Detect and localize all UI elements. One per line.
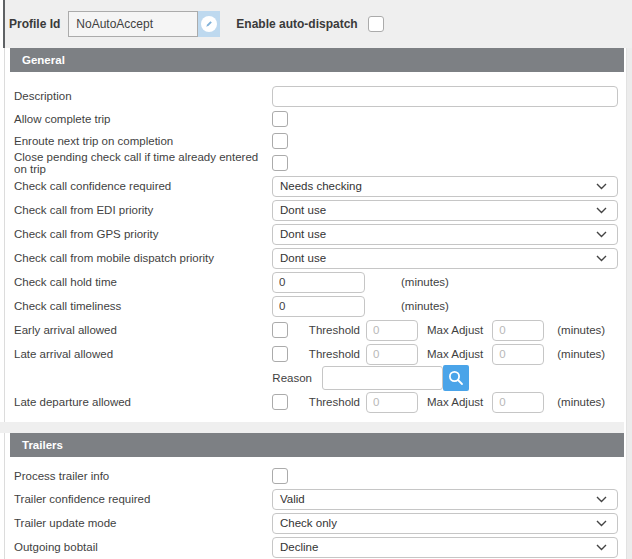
trailer-update-mode-select[interactable]: Check only	[272, 513, 618, 534]
section-title: Trailers	[22, 439, 63, 451]
chevron-down-icon	[596, 520, 607, 527]
early-arrival-threshold-input[interactable]	[366, 320, 418, 341]
late-arrival-checkbox[interactable]	[272, 346, 288, 362]
selected-value: Needs checking	[280, 180, 362, 192]
check-call-hold-time-label: Check call hold time	[14, 276, 272, 288]
max-adjust-label: Max Adjust	[427, 324, 483, 336]
row-late-arrival: Late arrival allowed Threshold Max Adjus…	[10, 342, 624, 366]
row-check-call-timeliness: Check call timeliness (minutes)	[10, 294, 624, 318]
early-arrival-checkbox[interactable]	[272, 322, 288, 338]
late-departure-threshold-input[interactable]	[366, 392, 418, 413]
close-pending-check-call-checkbox[interactable]	[272, 155, 288, 171]
section-trailers-body: Process trailer info Trailer confidence …	[10, 457, 624, 559]
chevron-down-icon	[596, 207, 607, 214]
check-call-timeliness-input[interactable]	[272, 296, 365, 317]
row-early-arrival: Early arrival allowed Threshold Max Adju…	[10, 318, 624, 342]
check-call-edi-priority-select[interactable]: Dont use	[272, 200, 618, 221]
check-call-confidence-label: Check call confidence required	[14, 180, 272, 192]
row-check-call-hold-time: Check call hold time (minutes)	[10, 270, 624, 294]
chevron-down-icon	[596, 183, 607, 190]
process-trailer-info-checkbox[interactable]	[272, 468, 288, 484]
trailer-confidence-label: Trailer confidence required	[14, 493, 272, 505]
late-departure-checkbox[interactable]	[272, 394, 288, 410]
check-call-gps-priority-label: Check call from GPS priority	[14, 228, 272, 240]
selected-value: Check only	[280, 517, 337, 529]
minutes-suffix: (minutes)	[557, 324, 605, 336]
late-departure-label: Late departure allowed	[14, 396, 272, 408]
row-late-arrival-reason: Reason	[10, 366, 624, 390]
row-outgoing-bobtail: Outgoing bobtail Decline	[10, 535, 624, 559]
late-arrival-max-adjust-input[interactable]	[492, 344, 544, 365]
section-header-trailers: Trailers	[10, 433, 624, 457]
max-adjust-label: Max Adjust	[427, 396, 483, 408]
row-check-call-confidence: Check call confidence required Needs che…	[10, 174, 624, 198]
row-close-pending-check-call: Close pending check call if time already…	[10, 152, 624, 174]
enroute-next-trip-label: Enroute next trip on completion	[14, 135, 272, 147]
selected-value: Dont use	[280, 252, 326, 264]
row-check-call-edi-priority: Check call from EDI priority Dont use	[10, 198, 624, 222]
minutes-suffix: (minutes)	[557, 348, 605, 360]
row-description: Description	[10, 84, 624, 108]
trailer-confidence-select[interactable]: Valid	[272, 489, 618, 510]
early-arrival-label: Early arrival allowed	[14, 324, 272, 336]
chevron-down-icon	[596, 496, 607, 503]
check-call-edi-priority-label: Check call from EDI priority	[14, 204, 272, 216]
check-call-timeliness-label: Check call timeliness	[14, 300, 272, 312]
enroute-next-trip-checkbox[interactable]	[272, 133, 288, 149]
threshold-label: Threshold	[288, 348, 360, 360]
description-label: Description	[14, 90, 272, 102]
late-departure-max-adjust-input[interactable]	[492, 392, 544, 413]
enable-auto-dispatch-label: Enable auto-dispatch	[236, 17, 357, 31]
minutes-suffix: (minutes)	[401, 276, 449, 288]
selected-value: Dont use	[280, 228, 326, 240]
reason-search-button[interactable]	[443, 365, 469, 391]
threshold-label: Threshold	[288, 396, 360, 408]
late-arrival-label: Late arrival allowed	[14, 348, 272, 360]
check-call-mobile-priority-select[interactable]: Dont use	[272, 248, 618, 269]
row-trailer-confidence: Trailer confidence required Valid	[10, 487, 624, 511]
allow-complete-trip-label: Allow complete trip	[14, 113, 272, 125]
row-enroute-next-trip: Enroute next trip on completion	[10, 130, 624, 152]
pencil-circle-icon	[201, 16, 217, 32]
allow-complete-trip-checkbox[interactable]	[272, 111, 288, 127]
minutes-suffix: (minutes)	[557, 396, 605, 408]
profile-topbar: Profile Id Enable auto-dispatch	[5, 0, 632, 48]
check-call-confidence-select[interactable]: Needs checking	[272, 176, 618, 197]
reason-input[interactable]	[322, 366, 443, 390]
profile-id-label: Profile Id	[9, 17, 60, 31]
edit-profile-id-button[interactable]	[198, 11, 220, 37]
panel-left-border	[4, 48, 5, 559]
reason-label: Reason	[270, 372, 312, 384]
section-general-body: Description Allow complete trip Enroute …	[10, 72, 624, 422]
section-gap	[0, 422, 624, 433]
enable-auto-dispatch-checkbox[interactable]	[368, 16, 384, 32]
outgoing-bobtail-select[interactable]: Decline	[272, 537, 618, 558]
check-call-hold-time-input[interactable]	[272, 272, 365, 293]
selected-value: Decline	[280, 541, 318, 553]
row-check-call-gps-priority: Check call from GPS priority Dont use	[10, 222, 624, 246]
late-arrival-threshold-input[interactable]	[366, 344, 418, 365]
selected-value: Valid	[280, 493, 305, 505]
process-trailer-info-label: Process trailer info	[14, 470, 272, 482]
profile-id-input[interactable]	[68, 11, 198, 37]
row-check-call-mobile-priority: Check call from mobile dispatch priority…	[10, 246, 624, 270]
section-header-general: General	[10, 48, 624, 72]
close-pending-check-call-label: Close pending check call if time already…	[14, 151, 272, 175]
description-input[interactable]	[272, 86, 618, 107]
settings-form: General Description Allow complete trip …	[10, 48, 624, 559]
check-call-gps-priority-select[interactable]: Dont use	[272, 224, 618, 245]
search-icon	[448, 370, 464, 386]
chevron-down-icon	[596, 255, 607, 262]
section-title: General	[22, 54, 65, 66]
row-trailer-update-mode: Trailer update mode Check only	[10, 511, 624, 535]
right-gutter	[626, 48, 632, 559]
row-late-departure: Late departure allowed Threshold Max Adj…	[10, 390, 624, 414]
row-allow-complete-trip: Allow complete trip	[10, 108, 624, 130]
early-arrival-max-adjust-input[interactable]	[492, 320, 544, 341]
outgoing-bobtail-label: Outgoing bobtail	[14, 541, 272, 553]
row-process-trailer-info: Process trailer info	[10, 465, 624, 487]
check-call-mobile-priority-label: Check call from mobile dispatch priority	[14, 252, 272, 264]
chevron-down-icon	[596, 231, 607, 238]
trailer-update-mode-label: Trailer update mode	[14, 517, 272, 529]
minutes-suffix: (minutes)	[401, 300, 449, 312]
